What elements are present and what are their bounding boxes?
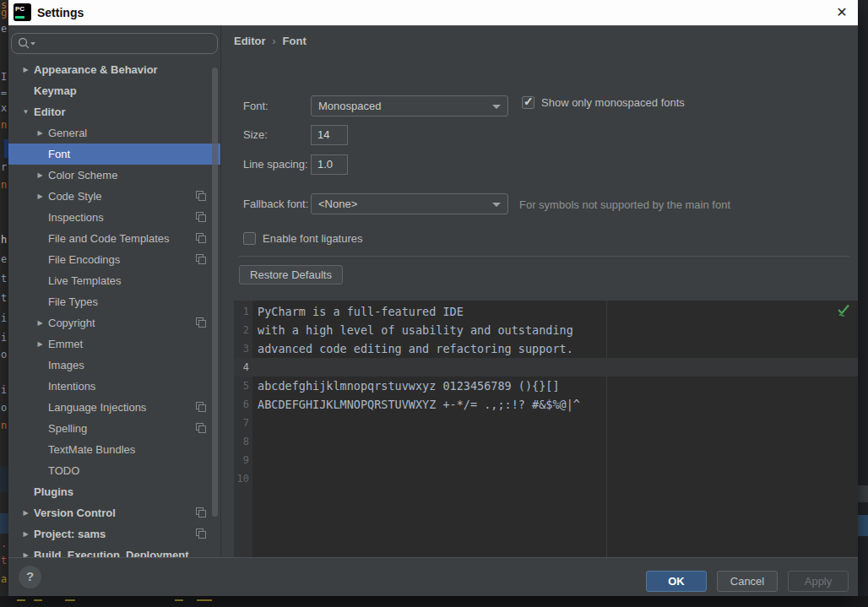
fallback-font-dropdown[interactable]: <None> bbox=[311, 193, 508, 214]
inspection-ok-icon[interactable] bbox=[837, 304, 850, 317]
chevron-right-icon[interactable]: ▶ bbox=[20, 66, 31, 73]
settings-sidebar: ▶Appearance & BehaviorKeymap▼Editor▶Gene… bbox=[8, 25, 221, 557]
chevron-right-icon[interactable]: ▶ bbox=[20, 509, 31, 517]
line-spacing-field[interactable]: 1.0 bbox=[311, 154, 348, 175]
preview-line-7: 7 bbox=[234, 414, 858, 432]
font-family-dropdown[interactable]: Monospaced bbox=[311, 95, 508, 117]
sidebar-item-plugins[interactable]: Plugins bbox=[8, 481, 220, 502]
sidebar-item-label: Spelling bbox=[48, 422, 87, 435]
project-settings-icon bbox=[196, 254, 206, 264]
sidebar-item-version-control[interactable]: ▶Version Control bbox=[8, 502, 220, 523]
sidebar-item-label: Language Injections bbox=[48, 401, 146, 414]
sidebar-item-images[interactable]: Images bbox=[8, 355, 220, 376]
ok-button[interactable]: OK bbox=[646, 571, 707, 592]
preview-line-9: 9 bbox=[234, 451, 858, 469]
background-code-fragment: t bbox=[1, 293, 7, 303]
sidebar-item-intentions[interactable]: Intentions bbox=[8, 376, 220, 397]
line-number: 3 bbox=[234, 339, 249, 358]
preview-line-6: 6ABCDEFGHIJKLMNOPQRSTUVWXYZ +-*/= .,;:!?… bbox=[234, 395, 858, 414]
background-code-fragment: = bbox=[1, 88, 7, 98]
sidebar-item-project-sams[interactable]: ▶Project: sams bbox=[8, 523, 220, 545]
help-button[interactable]: ? bbox=[19, 566, 41, 588]
project-settings-icon bbox=[196, 507, 206, 518]
background-code-fragment: n bbox=[1, 180, 7, 190]
sidebar-item-file-encodings[interactable]: File Encodings bbox=[8, 249, 220, 270]
sidebar-item-editor[interactable]: ▼Editor bbox=[8, 101, 220, 122]
preview-text: ABCDEFGHIJKLMNOPQRSTUVWXYZ +-*/= .,;:!? … bbox=[258, 395, 580, 414]
sidebar-scrollbar[interactable] bbox=[212, 68, 218, 517]
sidebar-item-build-execution-deployment[interactable]: ▶Build, Execution, Deployment bbox=[8, 545, 220, 557]
line-spacing-label: Line spacing: bbox=[243, 154, 308, 175]
font-family-value: Monospaced bbox=[318, 100, 381, 112]
show-only-monospaced-checkbox[interactable] bbox=[522, 96, 534, 109]
font-settings-panel: Editor › Font Font: Monospaced Show only… bbox=[221, 25, 858, 557]
sidebar-item-appearance-behavior[interactable]: ▶Appearance & Behavior bbox=[8, 59, 220, 80]
chevron-right-icon[interactable]: ▶ bbox=[35, 129, 46, 137]
preview-text: advanced code editing and refactoring su… bbox=[258, 339, 573, 358]
preview-line-5: 5abcdefghijklmnopqrstuvwxyz 0123456789 (… bbox=[234, 377, 858, 395]
pycharm-logo-icon: PC bbox=[14, 3, 31, 21]
dialog-body: ▶Appearance & BehaviorKeymap▼Editor▶Gene… bbox=[8, 25, 858, 557]
pycharm-logo-bar bbox=[15, 16, 24, 19]
background-code-fragment: a bbox=[1, 574, 7, 584]
background-code-fragment: g bbox=[1, 8, 7, 18]
font-ligatures-label: Enable font ligatures bbox=[263, 232, 363, 245]
sidebar-item-spelling[interactable]: Spelling bbox=[8, 418, 220, 439]
sidebar-item-file-and-code-templates[interactable]: File and Code Templates bbox=[8, 228, 220, 249]
settings-dialog: PC Settings ✕ ▶Appearance & BehaviorKeym… bbox=[8, 0, 858, 596]
chevron-right-icon[interactable]: ▶ bbox=[20, 530, 31, 538]
sidebar-item-live-templates[interactable]: Live Templates bbox=[8, 270, 220, 291]
separator bbox=[239, 256, 849, 257]
sidebar-item-label: Code Style bbox=[48, 190, 102, 203]
background-code-fragment: t bbox=[1, 556, 7, 566]
font-ligatures-checkbox[interactable] bbox=[243, 232, 256, 245]
font-label: Font: bbox=[243, 96, 269, 117]
sidebar-item-label: Live Templates bbox=[48, 274, 121, 287]
background-block bbox=[858, 485, 868, 502]
show-only-monospaced-label: Show only monospaced fonts bbox=[541, 96, 685, 109]
breadcrumb-editor[interactable]: Editor bbox=[234, 35, 266, 47]
sidebar-item-keymap[interactable]: Keymap bbox=[8, 80, 220, 101]
sidebar-item-code-style[interactable]: ▶Code Style bbox=[8, 186, 220, 207]
chevron-right-icon[interactable]: ▶ bbox=[35, 192, 46, 200]
sidebar-item-emmet[interactable]: ▶Emmet bbox=[8, 333, 220, 355]
chevron-down-icon[interactable]: ▼ bbox=[20, 108, 31, 116]
preview-line-10: 10 bbox=[234, 469, 858, 488]
sidebar-item-label: Appearance & Behavior bbox=[34, 63, 158, 76]
sidebar-item-language-injections[interactable]: Language Injections bbox=[8, 397, 220, 418]
background-code-fragment: I bbox=[1, 72, 7, 82]
fallback-font-value: <None> bbox=[318, 198, 357, 210]
background-code-fragment: . bbox=[1, 539, 7, 549]
sidebar-item-color-scheme[interactable]: ▶Color Scheme bbox=[8, 165, 220, 186]
sidebar-item-inspections[interactable]: Inspections bbox=[8, 207, 220, 228]
preview-line-3: 3advanced code editing and refactoring s… bbox=[234, 339, 858, 358]
font-preview-editor[interactable]: 1PyCharm is a full-featured IDE2with a h… bbox=[234, 301, 858, 579]
close-icon[interactable]: ✕ bbox=[834, 5, 849, 20]
line-number: 9 bbox=[234, 451, 249, 469]
sidebar-item-textmate-bundles[interactable]: TextMate Bundles bbox=[8, 439, 220, 460]
sidebar-item-font[interactable]: Font bbox=[8, 144, 220, 165]
dialog-title: Settings bbox=[37, 6, 84, 19]
cancel-button[interactable]: Cancel bbox=[717, 571, 778, 592]
sidebar-item-todo[interactable]: TODO bbox=[8, 460, 220, 481]
chevron-right-icon[interactable]: ▶ bbox=[35, 171, 46, 179]
size-field[interactable]: 14 bbox=[311, 125, 348, 145]
sidebar-item-copyright[interactable]: ▶Copyright bbox=[8, 312, 220, 333]
sidebar-item-general[interactable]: ▶General bbox=[8, 122, 220, 144]
sidebar-item-label: TextMate Bundles bbox=[48, 443, 135, 456]
sidebar-item-label: Font bbox=[48, 148, 70, 160]
chevron-right-icon[interactable]: ▶ bbox=[35, 319, 46, 327]
background-code-fragment: n bbox=[1, 120, 7, 130]
fallback-font-hint: For symbols not supported by the main fo… bbox=[519, 198, 730, 211]
preview-line-2: 2with a high level of usability and outs… bbox=[234, 321, 858, 339]
sidebar-item-file-types[interactable]: File Types bbox=[8, 291, 220, 312]
chevron-right-icon[interactable]: ▶ bbox=[20, 551, 31, 557]
chevron-right-icon[interactable]: ▶ bbox=[35, 340, 46, 348]
settings-search-input[interactable] bbox=[11, 33, 218, 54]
size-label: Size: bbox=[243, 125, 268, 145]
sidebar-item-label: Project: sams bbox=[34, 528, 106, 540]
screen: sgeI=xnrnhettiioion.ta PC Settings ✕ bbox=[0, 0, 868, 607]
restore-defaults-button[interactable]: Restore Defaults bbox=[239, 265, 343, 285]
show-only-monospaced-group: Show only monospaced fonts bbox=[522, 96, 685, 109]
sidebar-item-label: TODO bbox=[48, 464, 79, 477]
